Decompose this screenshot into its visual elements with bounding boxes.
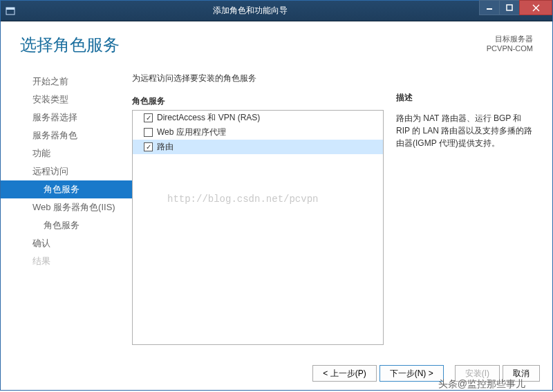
nav-role-services[interactable]: 角色服务 <box>1 180 132 198</box>
role-item-routing[interactable]: ✓ 路由 <box>133 140 383 154</box>
nav-results: 结果 <box>1 252 132 270</box>
close-button[interactable] <box>519 0 552 15</box>
nav-web-server-iis[interactable]: Web 服务器角色(IIS) <box>1 198 132 216</box>
svg-rect-1 <box>6 8 15 10</box>
checkbox-checked-icon[interactable]: ✓ <box>144 142 153 151</box>
role-item-label: 路由 <box>157 141 174 153</box>
nav-iis-role-services[interactable]: 角色服务 <box>1 216 132 234</box>
next-button[interactable]: 下一步(N) > <box>379 365 444 382</box>
nav-remote-access[interactable]: 远程访问 <box>1 162 132 180</box>
checkbox-unchecked-icon[interactable] <box>144 128 153 137</box>
role-item-label: DirectAccess 和 VPN (RAS) <box>157 112 260 124</box>
overlay-annotation: 头条@监控那些事儿 <box>438 378 525 391</box>
page-title: 选择角色服务 <box>20 34 120 56</box>
titlebar: 添加角色和功能向导 <box>1 1 552 21</box>
role-item-directaccess-vpn[interactable]: ✓ DirectAccess 和 VPN (RAS) <box>133 111 383 125</box>
role-item-label: Web 应用程序代理 <box>157 127 226 138</box>
nav-server-roles[interactable]: 服务器角色 <box>1 127 132 144</box>
role-item-web-app-proxy[interactable]: Web 应用程序代理 <box>133 125 383 140</box>
svg-rect-3 <box>507 5 512 10</box>
watermark-text: http://blog.csdn.net/pcvpn <box>167 194 318 205</box>
target-server-info: 目标服务器 PCVPN-COM <box>487 34 533 54</box>
checkbox-checked-icon[interactable]: ✓ <box>144 113 153 122</box>
previous-button[interactable]: < 上一步(P) <box>312 365 376 382</box>
nav-before-begin[interactable]: 开始之前 <box>1 73 132 91</box>
maximize-button[interactable] <box>499 0 520 15</box>
window-controls <box>480 1 552 21</box>
roles-listbox[interactable]: ✓ DirectAccess 和 VPN (RAS) Web 应用程序代理 ✓ … <box>132 110 384 345</box>
app-icon <box>1 6 20 16</box>
description-text: 路由为 NAT 路由器、运行 BGP 和 RIP 的 LAN 路由器以及支持多播… <box>396 112 533 149</box>
wizard-sidebar: 开始之前 安装类型 服务器选择 服务器角色 功能 远程访问 角色服务 Web 服… <box>1 67 132 357</box>
roles-section-label: 角色服务 <box>132 95 384 107</box>
window-title: 添加角色和功能向导 <box>20 5 480 17</box>
nav-confirmation[interactable]: 确认 <box>1 234 132 252</box>
description-label: 描述 <box>396 92 533 104</box>
nav-install-type[interactable]: 安装类型 <box>1 91 132 109</box>
nav-features[interactable]: 功能 <box>1 144 132 162</box>
nav-server-selection[interactable]: 服务器选择 <box>1 109 132 127</box>
instruction-text: 为远程访问选择要安装的角色服务 <box>132 73 384 84</box>
minimize-button[interactable] <box>479 0 500 15</box>
target-server-label: 目标服务器 <box>487 34 533 44</box>
target-server-name: PCVPN-COM <box>487 44 533 53</box>
